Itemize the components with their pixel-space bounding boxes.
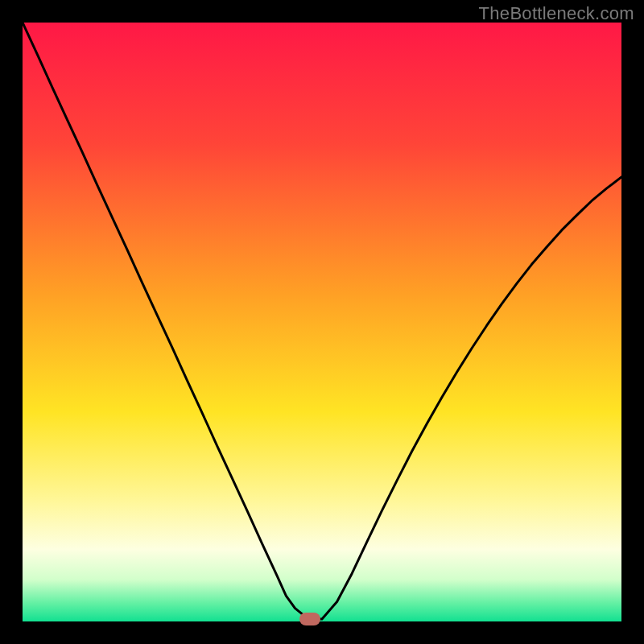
chart-area — [23, 23, 621, 621]
chart-svg — [23, 23, 621, 621]
optimal-marker — [299, 613, 320, 625]
gradient-background — [23, 23, 621, 621]
watermark-text: TheBottleneck.com — [479, 3, 634, 24]
chart-frame: TheBottleneck.com — [0, 0, 644, 644]
